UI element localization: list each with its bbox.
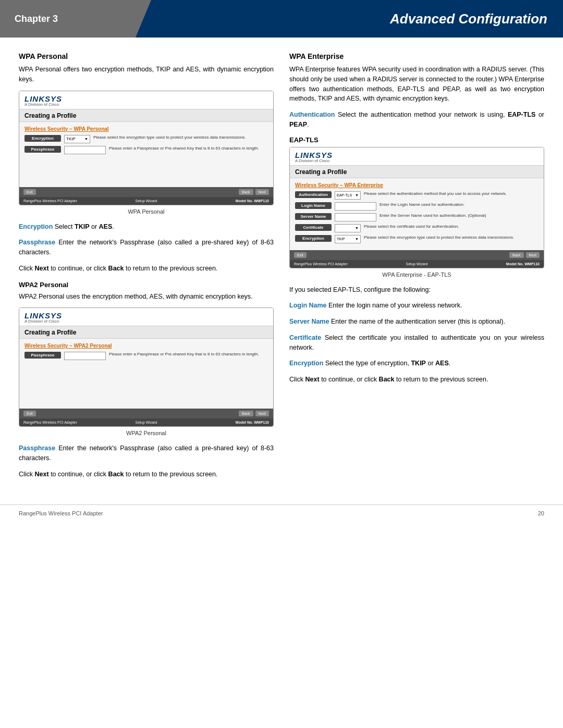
footer2-wizard: Setup Wizard bbox=[106, 421, 186, 424]
footer-wizard: Setup Wizard bbox=[106, 199, 186, 203]
encryption-row: Encryption TKIP▼ Please select the encry… bbox=[25, 135, 268, 143]
ds2-header: LINKSYS A Division of Cisco bbox=[19, 308, 273, 326]
cert-row: Certificate ▼ Please select the certific… bbox=[295, 224, 538, 232]
cert-label: Certificate bbox=[295, 224, 332, 231]
wpa-enterprise-body1: WPA Enterprise features WPA security use… bbox=[289, 65, 544, 104]
passphrase2-input[interactable] bbox=[64, 352, 106, 360]
ds3-section-title: Wireless Security – WPA Enterprise bbox=[295, 182, 538, 188]
passphrase-kw: Passphrase bbox=[19, 239, 55, 246]
if-selected-info: If you selected EAP-TLS, configure the f… bbox=[289, 285, 544, 295]
left-column: WPA Personal WPA Personal offers two enc… bbox=[19, 52, 274, 486]
encryption-select[interactable]: TKIP▼ bbox=[64, 135, 90, 143]
ds3-body: Wireless Security – WPA Enterprise Authe… bbox=[290, 178, 544, 250]
server-desc: Enter the Server Name used for authentic… bbox=[380, 213, 538, 218]
enc3-label: Encryption bbox=[295, 235, 332, 242]
chapter-text: Chapter 3 bbox=[15, 14, 58, 24]
passphrase2-desc: Please enter a Passphrase or Pre-shared … bbox=[109, 352, 268, 357]
login-row: Login Name Enter the Login Name used for… bbox=[295, 202, 538, 211]
click-next-info: Click Next to continue, or click Back to… bbox=[19, 264, 274, 274]
footer-brand: RangePlus Wireless PCI Adapter bbox=[23, 199, 103, 203]
passphrase-input[interactable] bbox=[64, 146, 106, 154]
login-kw: Login Name bbox=[289, 302, 327, 309]
encryption-desc: Please select the encryption type used t… bbox=[93, 135, 268, 140]
main-content: WPA Personal WPA Personal offers two enc… bbox=[0, 38, 563, 504]
auth-row-label: Authentication bbox=[295, 191, 332, 198]
auth-info: Authentication Select the authentication… bbox=[289, 110, 544, 130]
wpa-personal-body: WPA Personal offers two encryption metho… bbox=[19, 65, 274, 84]
encryption-info: Encryption Select TKIP or AES. bbox=[19, 222, 274, 232]
wpa-enterprise-section: WPA Enterprise WPA Enterprise features W… bbox=[289, 52, 544, 385]
back2-btn[interactable]: Back bbox=[239, 411, 253, 416]
passphrase-info: Passphrase Enter the network's Passphras… bbox=[19, 238, 274, 257]
wpa-personal-title: WPA Personal bbox=[19, 52, 274, 60]
server-input[interactable] bbox=[335, 213, 376, 221]
encryption-label: Encryption bbox=[25, 135, 61, 142]
auth-row: Authentication EAP-TLS▼ Please select th… bbox=[295, 191, 538, 200]
ds2-btn-row: Exit Back Next bbox=[19, 409, 273, 418]
enc3-row: Encryption TKIP▼ Please select the encry… bbox=[295, 235, 538, 243]
passphrase-row: Passphrase Please enter a Passphrase or … bbox=[25, 146, 268, 154]
cert-info: Certificate Select the certificate you i… bbox=[289, 333, 544, 353]
auth-select[interactable]: EAP-TLS▼ bbox=[335, 191, 361, 200]
creating3-profile: Creating a Profile bbox=[290, 166, 544, 178]
ds3-footer: RangePlus Wireless PCI Adapter Setup Wiz… bbox=[290, 260, 544, 268]
wpa2-personal-caption: WPA2 Personal bbox=[19, 430, 274, 436]
footer3-brand: RangePlus Wireless PCI Adapter bbox=[294, 262, 374, 266]
server-info: Server Name Enter the name of the authen… bbox=[289, 317, 544, 327]
ds-body: Wireless Security – WPA Personal Encrypt… bbox=[19, 122, 273, 187]
login-info: Login Name Enter the login name of your … bbox=[289, 301, 544, 311]
footer2-brand: RangePlus Wireless PCI Adapter bbox=[23, 421, 103, 424]
page-title: Advanced Configuration bbox=[136, 0, 563, 38]
exit3-btn[interactable]: Exit bbox=[294, 252, 307, 258]
wpa2-personal-screen: LINKSYS A Division of Cisco Creating a P… bbox=[19, 307, 274, 427]
footer3-wizard: Setup Wizard bbox=[377, 262, 457, 266]
login-desc: Enter the Login Name used for authentica… bbox=[380, 202, 538, 207]
exit2-btn[interactable]: Exit bbox=[23, 411, 36, 416]
creating2-profile: Creating a Profile bbox=[19, 326, 273, 339]
page-footer: RangePlus Wireless PCI Adapter 20 bbox=[0, 504, 563, 522]
back3-btn[interactable]: Back bbox=[509, 252, 524, 258]
server-kw: Server Name bbox=[289, 318, 329, 325]
cert-desc: Please select the certificate used for a… bbox=[364, 224, 538, 229]
creating-profile: Creating a Profile bbox=[19, 109, 273, 122]
enc3-select[interactable]: TKIP▼ bbox=[335, 235, 361, 243]
ds3-header: LINKSYS A Division of Cisco bbox=[290, 147, 544, 166]
wpa2-personal-section: WPA2 Personal WPA2 Personal uses the enc… bbox=[19, 281, 274, 479]
enc3-desc: Please select the encryption type used t… bbox=[364, 235, 538, 240]
ds3-btn-row: Exit Back Next bbox=[290, 250, 544, 260]
ds-footer: RangePlus Wireless PCI Adapter Setup Wiz… bbox=[19, 197, 273, 205]
passphrase-label: Passphrase bbox=[25, 146, 61, 153]
ds-header: LINKSYS A Division of Cisco bbox=[19, 91, 273, 109]
back-btn[interactable]: Back bbox=[239, 189, 253, 195]
cert-select[interactable]: ▼ bbox=[335, 224, 361, 232]
enc-kw: Encryption bbox=[289, 360, 323, 367]
wpa-enterprise-caption: WPA Enterprise - EAP-TLS bbox=[289, 272, 544, 278]
right-column: WPA Enterprise WPA Enterprise features W… bbox=[289, 52, 544, 486]
footer2-model: Model No. WMP110 bbox=[189, 421, 269, 424]
footer-right: 20 bbox=[538, 510, 544, 516]
wpa2-personal-body: WPA2 Personal uses the encryption method… bbox=[19, 292, 274, 302]
server-row: Server Name Enter the Server Name used f… bbox=[295, 213, 538, 221]
next2-btn[interactable]: Next bbox=[255, 411, 269, 416]
wpa2-personal-title: WPA2 Personal bbox=[19, 281, 274, 289]
passphrase2-kw: Passphrase bbox=[19, 445, 55, 452]
cert-kw: Certificate bbox=[289, 334, 321, 341]
chapter-label: Chapter 3 bbox=[0, 0, 136, 38]
next-btn[interactable]: Next bbox=[255, 189, 269, 195]
next3-btn[interactable]: Next bbox=[526, 252, 540, 258]
passphrase2-row: Passphrase Please enter a Passphrase or … bbox=[25, 352, 268, 360]
auth-desc: Please select the authentication method … bbox=[364, 191, 538, 196]
passphrase-desc: Please enter a Passphrase or Pre-shared … bbox=[109, 146, 268, 151]
ds2-body: Wireless Security – WPA2 Personal Passph… bbox=[19, 339, 273, 409]
ds2-section-title: Wireless Security – WPA2 Personal bbox=[25, 343, 268, 349]
wpa-enterprise-screen: LINKSYS A Division of Cisco Creating a P… bbox=[289, 147, 544, 268]
wpa-personal-screen: LINKSYS A Division of Cisco Creating a P… bbox=[19, 91, 274, 205]
auth-kw: Authentication bbox=[289, 111, 335, 118]
footer3-model: Model No. WMP110 bbox=[460, 262, 540, 266]
server-label: Server Name bbox=[295, 213, 332, 220]
ds-btn-row: Exit Back Next bbox=[19, 187, 273, 197]
footer-model: Model No. WMP110 bbox=[189, 199, 269, 203]
ds-section-title: Wireless Security – WPA Personal bbox=[25, 126, 268, 132]
login-input[interactable] bbox=[335, 202, 376, 211]
exit-btn[interactable]: Exit bbox=[23, 189, 36, 195]
